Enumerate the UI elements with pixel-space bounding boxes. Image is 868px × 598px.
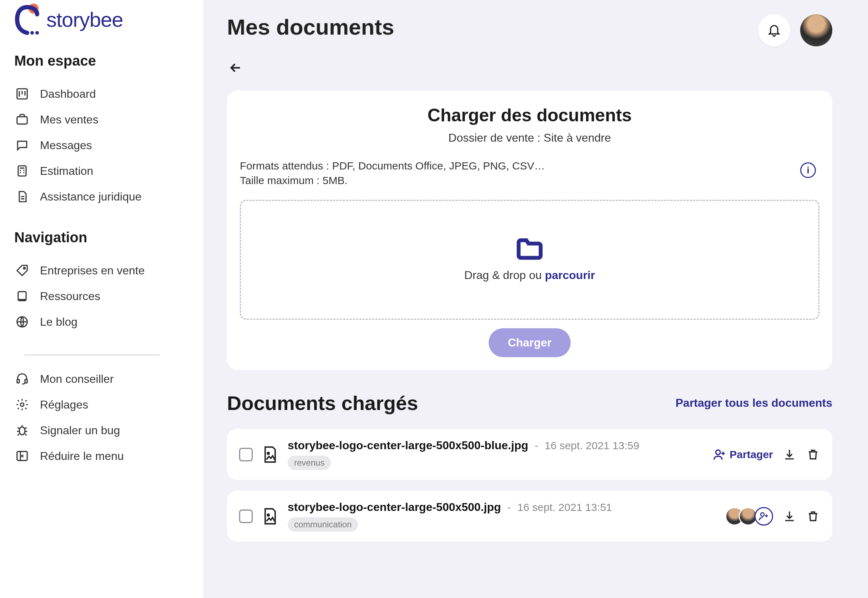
notifications-button[interactable] (758, 14, 790, 46)
sidebar: storybee Mon espace Dashboard Mes ventes… (0, 0, 204, 598)
document-date: 16 sept. 2021 13:59 (545, 440, 639, 452)
download-button[interactable] (782, 447, 797, 462)
collapse-icon (14, 448, 30, 464)
sidebar-item-label: Assistance juridique (40, 190, 142, 203)
sidebar-divider (24, 355, 160, 355)
dropzone-prefix: Drag & drop ou (464, 269, 545, 281)
sidebar-item-label: Signaler un bug (40, 424, 120, 437)
download-button[interactable] (782, 509, 797, 523)
sidebar-item-ressources[interactable]: Ressources (14, 283, 190, 309)
sidebar-item-label: Dashboard (40, 87, 96, 101)
book-icon (14, 288, 30, 304)
brand-name: storybee (46, 7, 123, 31)
document-date: 16 sept. 2021 13:51 (518, 501, 612, 513)
file-image-icon (263, 507, 278, 525)
shared-avatars (725, 507, 773, 526)
upload-hint-formats: Formats attendus : PDF, Documents Office… (240, 159, 545, 173)
svg-rect-5 (18, 166, 26, 176)
sidebar-item-label: Ressources (40, 290, 100, 303)
sidebar-item-label: Messages (40, 139, 92, 152)
sidebar-item-label: Entreprises en vente (40, 264, 145, 277)
folder-icon (516, 238, 543, 262)
sidebar-item-label: Mes ventes (40, 113, 99, 126)
sidebar-item-messages[interactable]: Messages (14, 132, 190, 158)
document-name: storybee-logo-center-large-500x500.jpg (288, 501, 501, 514)
document-row: storybee-logo-center-large-500x500-blue.… (227, 429, 832, 480)
row-checkbox[interactable] (239, 448, 253, 461)
sidebar-item-blog[interactable]: Le blog (14, 309, 190, 335)
tag-icon (14, 263, 30, 278)
document-icon (14, 189, 30, 205)
sidebar-section-title-workspace: Mon espace (14, 53, 190, 69)
page-title: Mes documents (227, 14, 394, 40)
dashboard-icon (14, 86, 30, 102)
person-plus-icon (712, 448, 726, 461)
upload-title: Charger des documents (240, 105, 819, 126)
bell-icon (767, 23, 781, 37)
row-checkbox[interactable] (239, 510, 253, 523)
sidebar-item-conseiller[interactable]: Mon conseiller (14, 366, 190, 392)
bug-icon (14, 422, 30, 438)
document-tag: communication (288, 517, 358, 532)
browse-link[interactable]: parcourir (545, 269, 595, 281)
upload-hints: Formats attendus : PDF, Documents Office… (240, 159, 545, 188)
dropzone-text: Drag & drop ou parcourir (464, 269, 595, 282)
upload-card: Charger des documents Dossier de vente :… (227, 91, 832, 370)
svg-rect-9 (17, 380, 19, 383)
trash-icon (807, 510, 819, 523)
upload-subtitle: Dossier de vente : Site à vendre (240, 131, 819, 145)
svg-rect-10 (25, 380, 27, 383)
svg-point-14 (267, 452, 269, 454)
sidebar-item-bug[interactable]: Signaler un bug (14, 417, 190, 443)
svg-point-16 (267, 514, 269, 516)
document-tag: revenus (288, 456, 331, 470)
separator: - (507, 501, 511, 513)
svg-point-1 (30, 31, 34, 34)
gear-icon (14, 397, 30, 413)
arrow-left-icon (228, 60, 243, 75)
message-icon (14, 138, 30, 153)
sidebar-section-title-navigation: Navigation (14, 229, 190, 245)
trash-icon (807, 448, 819, 461)
upload-dropzone[interactable]: Drag & drop ou parcourir (240, 200, 819, 320)
document-name: storybee-logo-center-large-500x500-blue.… (288, 439, 528, 452)
person-plus-icon (759, 511, 769, 522)
sidebar-item-label: Réduire le menu (40, 450, 124, 463)
sidebar-item-label: Réglages (40, 398, 88, 411)
sidebar-item-assistance-juridique[interactable]: Assistance juridique (14, 184, 190, 209)
sidebar-item-collapse[interactable]: Réduire le menu (14, 443, 190, 469)
delete-button[interactable] (806, 509, 820, 523)
share-label: Partager (730, 448, 773, 460)
svg-point-17 (760, 513, 764, 516)
sidebar-item-entreprises[interactable]: Entreprises en vente (14, 258, 190, 283)
download-icon (783, 510, 796, 523)
svg-point-15 (716, 450, 721, 454)
sidebar-item-label: Le blog (40, 315, 78, 329)
sidebar-item-mes-ventes[interactable]: Mes ventes (14, 107, 190, 132)
main-content: Mes documents Charger des documents Doss… (204, 0, 868, 598)
svg-point-12 (19, 427, 25, 435)
globe-icon (14, 314, 30, 330)
calculator-icon (14, 163, 30, 179)
sidebar-item-label: Estimation (40, 164, 93, 178)
headset-icon (14, 371, 30, 387)
share-button[interactable]: Partager (712, 448, 773, 461)
sidebar-item-estimation[interactable]: Estimation (14, 158, 190, 184)
add-share-button[interactable] (754, 507, 773, 526)
delete-button[interactable] (806, 447, 820, 462)
sidebar-item-dashboard[interactable]: Dashboard (14, 81, 190, 107)
document-row: storybee-logo-center-large-500x500.jpg -… (227, 490, 832, 542)
user-avatar[interactable] (800, 14, 832, 46)
svg-point-11 (20, 403, 24, 407)
share-all-link[interactable]: Partager tous les documents (676, 396, 832, 410)
back-button[interactable] (227, 59, 244, 76)
loaded-title: Documents chargés (227, 392, 418, 415)
brand-mark-icon (14, 4, 40, 35)
download-icon (783, 448, 796, 461)
upload-button[interactable]: Charger (489, 328, 571, 357)
separator: - (535, 440, 538, 452)
info-icon: i (807, 165, 809, 176)
sidebar-item-reglages[interactable]: Réglages (14, 392, 190, 417)
upload-info-button[interactable]: i (800, 162, 816, 178)
brand-logo[interactable]: storybee (14, 4, 190, 35)
